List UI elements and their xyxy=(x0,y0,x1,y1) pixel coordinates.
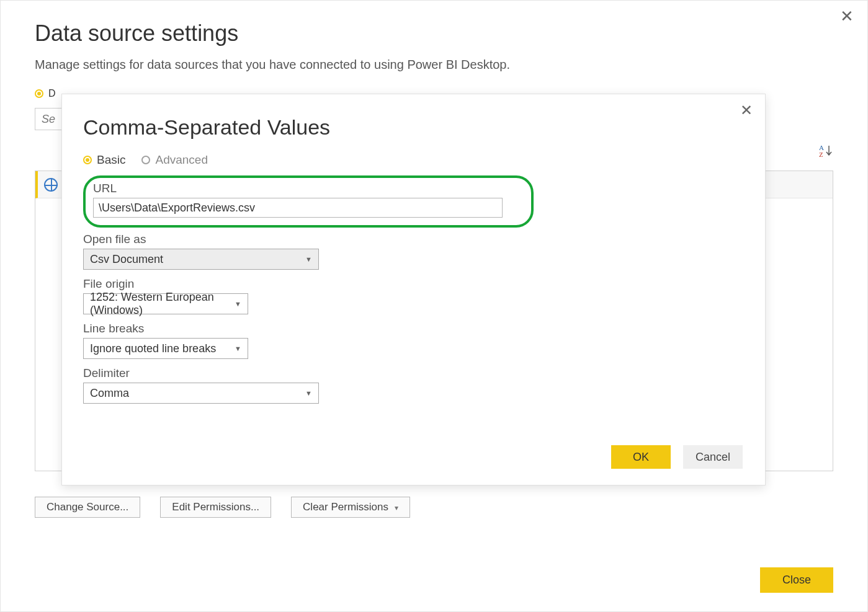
clear-permissions-button[interactable]: Clear Permissions xyxy=(291,497,410,518)
line-breaks-value: Ignore quoted line breaks xyxy=(90,342,216,355)
file-origin-label: File origin xyxy=(83,277,744,291)
open-as-select[interactable]: Csv Document ▼ xyxy=(83,249,319,270)
edit-permissions-button[interactable]: Edit Permissions... xyxy=(160,497,271,518)
cancel-button[interactable]: Cancel xyxy=(683,445,743,469)
globe-icon xyxy=(44,178,58,192)
file-origin-value: 1252: Western European (Windows) xyxy=(90,291,235,317)
mode-radio-group: Basic Advanced xyxy=(83,153,744,167)
close-button[interactable]: Close xyxy=(760,567,833,593)
page-subtitle: Manage settings for data sources that yo… xyxy=(35,58,833,72)
url-label: URL xyxy=(93,182,524,195)
delimiter-label: Delimiter xyxy=(83,366,744,380)
radio-unselected-icon xyxy=(141,156,150,164)
chevron-down-icon: ▼ xyxy=(235,345,241,352)
chevron-down-icon: ▼ xyxy=(305,389,312,397)
csv-settings-modal: ✕ Comma-Separated Values Basic Advanced … xyxy=(61,94,766,486)
url-input[interactable] xyxy=(93,198,503,218)
modal-footer: OK Cancel xyxy=(611,445,743,469)
dialog-action-buttons: Change Source... Edit Permissions... Cle… xyxy=(35,497,410,518)
mode-advanced-radio[interactable]: Advanced xyxy=(141,153,208,167)
scope-radio-label: D xyxy=(48,88,56,99)
change-source-button[interactable]: Change Source... xyxy=(35,497,140,518)
mode-basic-label: Basic xyxy=(97,153,125,167)
open-as-value: Csv Document xyxy=(90,253,163,266)
svg-text:Z: Z xyxy=(819,151,823,158)
file-origin-select[interactable]: 1252: Western European (Windows) ▼ xyxy=(83,293,248,314)
delimiter-value: Comma xyxy=(90,387,129,400)
chevron-down-icon: ▼ xyxy=(235,300,241,308)
radio-selected-icon[interactable] xyxy=(35,89,43,98)
mode-basic-radio[interactable]: Basic xyxy=(83,153,125,167)
page-title: Data source settings xyxy=(35,20,833,47)
chevron-down-icon: ▼ xyxy=(305,255,312,263)
open-as-label: Open file as xyxy=(83,233,744,246)
radio-selected-icon xyxy=(83,156,92,164)
sort-icon[interactable]: A Z xyxy=(818,143,833,158)
line-breaks-select[interactable]: Ignore quoted line breaks ▼ xyxy=(83,338,248,359)
modal-title: Comma-Separated Values xyxy=(83,115,744,140)
ok-button[interactable]: OK xyxy=(611,445,671,469)
mode-advanced-label: Advanced xyxy=(155,153,208,167)
url-highlight: URL xyxy=(83,175,534,228)
close-icon[interactable]: ✕ xyxy=(840,8,854,24)
close-icon[interactable]: ✕ xyxy=(740,103,753,118)
delimiter-select[interactable]: Comma ▼ xyxy=(83,383,319,404)
line-breaks-label: Line breaks xyxy=(83,322,744,335)
